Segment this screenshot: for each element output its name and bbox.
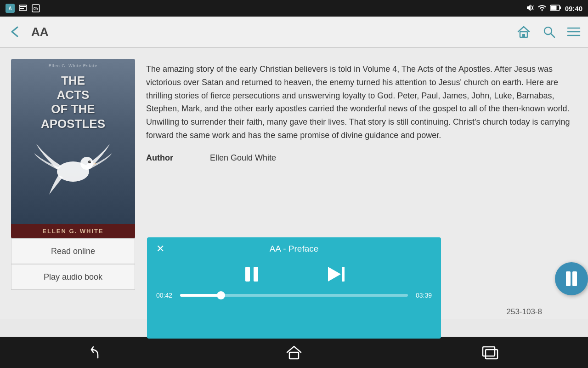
search-button[interactable] — [542, 25, 556, 39]
svg-rect-10 — [551, 6, 556, 10]
author-label: Author — [146, 153, 173, 163]
read-online-button[interactable]: Read online — [11, 238, 135, 264]
book-cover-title: THE ACTS OF THE APOSTLES — [34, 74, 113, 131]
svg-rect-29 — [289, 352, 299, 359]
book-cover-top-text: Ellen G. White Estate — [49, 63, 98, 68]
audio-progress: 00:42 03:39 — [147, 288, 441, 303]
clock: 09:40 — [565, 5, 582, 12]
nav-recents-button[interactable] — [481, 344, 499, 361]
isbn-value: 253-103-8 — [506, 307, 542, 316]
play-audio-book-button[interactable]: Play audio book — [11, 264, 135, 290]
svg-rect-24 — [254, 267, 258, 282]
svg-line-15 — [551, 34, 554, 37]
mute-icon — [526, 4, 534, 13]
audio-controls — [147, 260, 441, 288]
battery-icon — [550, 5, 561, 12]
svg-rect-26 — [342, 267, 345, 282]
book-title-line1: THE — [41, 74, 105, 88]
nav-back-button[interactable] — [89, 345, 107, 360]
back-button[interactable] — [7, 24, 22, 39]
svg-rect-27 — [566, 271, 571, 286]
app-icon-1: A — [6, 5, 15, 12]
svg-rect-3 — [20, 6, 26, 7]
isbn-area: 253-103-8 — [506, 307, 542, 316]
svg-rect-30 — [483, 347, 495, 356]
audio-player-close-button[interactable]: ✕ — [156, 243, 164, 255]
time-elapsed: 00:42 — [156, 292, 175, 299]
book-cover: Ellen G. White Estate THE ACTS OF THE AP… — [11, 59, 135, 238]
svg-rect-13 — [522, 34, 525, 37]
home-button[interactable] — [516, 24, 531, 39]
svg-rect-11 — [560, 6, 561, 9]
pause-button[interactable] — [242, 264, 262, 284]
svg-rect-23 — [245, 267, 250, 282]
floating-pause-button[interactable] — [555, 262, 588, 295]
author-value: Ellen Gould White — [210, 153, 276, 163]
book-title-line4: APOSTLES — [41, 117, 105, 131]
svg-rect-4 — [20, 8, 24, 9]
action-buttons: Read online Play audio book — [11, 238, 135, 290]
svg-text:A: A — [8, 6, 11, 11]
book-title-line3: OF THE — [41, 102, 105, 116]
svg-point-22 — [90, 161, 90, 162]
nav-home-button[interactable] — [285, 344, 303, 361]
svg-marker-25 — [328, 267, 341, 282]
status-bar: A 🛍 09:40 — [0, 0, 588, 17]
status-bar-right: 09:40 — [526, 4, 582, 13]
floating-pause-inner — [564, 270, 579, 287]
app-icon-3: 🛍 — [31, 5, 40, 12]
book-cover-dove — [32, 135, 114, 204]
svg-point-21 — [88, 161, 91, 163]
progress-bar-fill — [180, 294, 221, 297]
nav-bar: AA — [0, 17, 588, 48]
menu-button[interactable] — [567, 26, 581, 37]
book-description: The amazing story of the early Christian… — [146, 63, 577, 142]
audio-player-title: AA - Preface — [156, 244, 432, 254]
progress-bar[interactable] — [180, 294, 408, 297]
status-bar-left: A 🛍 — [6, 5, 40, 12]
next-button[interactable] — [326, 264, 346, 284]
progress-thumb[interactable] — [217, 291, 225, 299]
svg-text:🛍: 🛍 — [34, 6, 38, 11]
audio-player-header: ✕ AA - Preface — [147, 237, 441, 260]
book-meta: Author Ellen Gould White — [146, 153, 577, 163]
audio-player: ✕ AA - Preface 00:42 0 — [147, 237, 441, 339]
time-total: 03:39 — [413, 292, 432, 299]
book-title-line2: ACTS — [41, 88, 105, 102]
svg-rect-28 — [572, 271, 577, 286]
wifi-icon — [537, 4, 547, 13]
svg-rect-31 — [486, 350, 498, 359]
page-title: AA — [31, 25, 49, 39]
bottom-nav — [0, 337, 588, 368]
book-cover-author-band: ELLEN G. WHITE — [11, 224, 135, 238]
book-cover-section: Ellen G. White Estate THE ACTS OF THE AP… — [11, 59, 135, 319]
app-icon-2 — [18, 5, 28, 12]
